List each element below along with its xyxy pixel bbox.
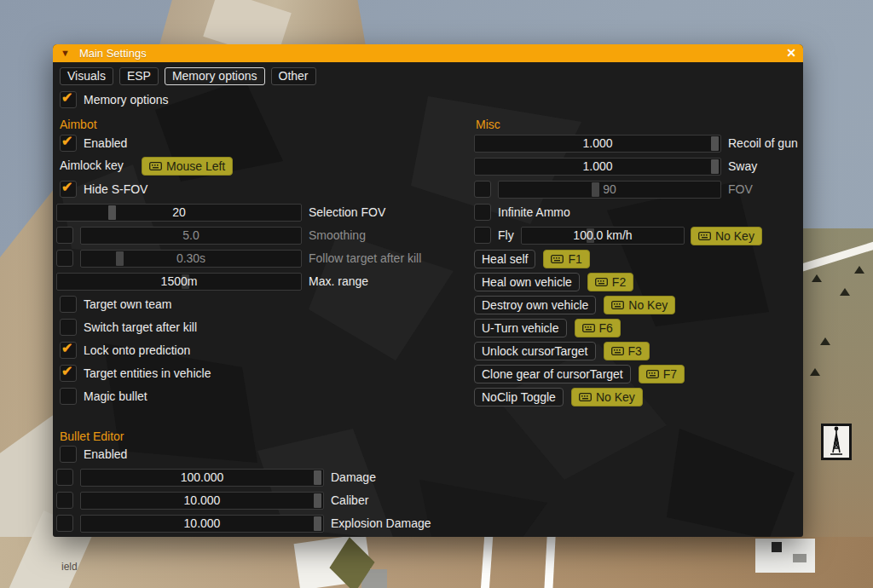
map-tree-marker [840, 288, 850, 296]
keyboard-icon [595, 278, 608, 286]
aimlock-keybind-button[interactable]: Mouse Left [142, 157, 233, 176]
window-titlebar[interactable]: ▼ Main Settings ✕ [53, 44, 803, 62]
tab-visuals[interactable]: Visuals [60, 67, 113, 85]
caliber-checkbox[interactable]: ✔ [56, 492, 73, 509]
fly-keybind-button[interactable]: No Key [691, 227, 762, 245]
fly-speed-value: 100.0 km/h [522, 228, 684, 244]
main-settings-window: ▼ Main Settings ✕ Visuals ESP Memory opt… [53, 44, 803, 537]
map-tree-marker [812, 274, 822, 282]
target-in-vehicle-checkbox[interactable]: ✔ [60, 365, 77, 382]
tab-other[interactable]: Other [271, 67, 316, 85]
infinite-ammo-checkbox[interactable]: ✔ [474, 204, 491, 221]
check-icon: ✔ [61, 89, 72, 106]
map-building [793, 554, 807, 562]
fly-checkbox[interactable]: ✔ [474, 227, 491, 244]
hide-sfov-row: ✔ Hide S-FOV [53, 181, 445, 199]
clone-gear-button[interactable]: Clone gear of cursorTarget [474, 365, 631, 383]
tab-bar: Visuals ESP Memory options Other [60, 67, 793, 86]
lock-prediction-row: ✔ Lock onto prediction [53, 342, 445, 360]
tab-memory-options[interactable]: Memory options [165, 67, 265, 85]
keyboard-icon [149, 162, 162, 170]
infinite-ammo-label: Infinite Ammo [498, 204, 570, 222]
magic-bullet-label: Magic bullet [84, 388, 147, 406]
close-icon[interactable]: ✕ [786, 44, 796, 62]
selection-fov-slider[interactable]: 20 [56, 204, 302, 222]
fov-checkbox[interactable]: ✔ [474, 181, 491, 198]
follow-target-slider[interactable]: 0.30s [80, 250, 302, 268]
recoil-row: 1.000 Recoil of gun [474, 135, 803, 153]
clone-gear-row: Clone gear of cursorTarget F7 [474, 365, 803, 383]
switch-target-checkbox[interactable]: ✔ [60, 319, 77, 336]
fov-slider[interactable]: 90 [498, 181, 721, 199]
heal-own-vehicle-button[interactable]: Heal own vehicle [474, 273, 580, 291]
fov-label: FOV [728, 181, 753, 199]
u-turn-vehicle-keybind-button[interactable]: F6 [575, 319, 621, 337]
map-place-label: ield [61, 561, 78, 573]
selection-fov-row: 20 Selection FOV [53, 204, 454, 222]
keyboard-icon [551, 255, 564, 263]
clone-gear-keybind-button[interactable]: F7 [639, 365, 685, 383]
noclip-toggle-key-value: No Key [596, 390, 635, 404]
damage-slider[interactable]: 100.000 [80, 469, 324, 487]
damage-row: ✔ 100.000 Damage [53, 469, 454, 487]
destroy-own-vehicle-button[interactable]: Destroy own vehicle [474, 296, 596, 314]
caliber-slider[interactable]: 10.000 [80, 492, 324, 510]
smoothing-checkbox[interactable]: ✔ [56, 227, 73, 244]
destroy-own-vehicle-row: Destroy own vehicle No Key [474, 296, 803, 314]
smoothing-slider[interactable]: 5.0 [80, 227, 302, 245]
destroy-own-vehicle-keybind-button[interactable]: No Key [604, 296, 675, 314]
noclip-toggle-button[interactable]: NoClip Toggle [474, 388, 564, 406]
damage-checkbox[interactable]: ✔ [56, 469, 73, 486]
heal-self-keybind-button[interactable]: F1 [543, 250, 589, 268]
u-turn-vehicle-button[interactable]: U-Turn vehicle [474, 319, 567, 337]
heal-own-vehicle-row: Heal own vehicle F2 [474, 273, 803, 291]
keyboard-icon [646, 370, 659, 378]
recoil-value: 1.000 [475, 135, 720, 152]
selection-fov-value: 20 [57, 205, 301, 221]
explosion-damage-label: Explosion Damage [331, 515, 431, 533]
bullet-editor-enabled-checkbox[interactable]: ✔ [60, 446, 77, 463]
fly-speed-slider[interactable]: 100.0 km/h [521, 227, 685, 245]
tab-esp[interactable]: ESP [119, 67, 159, 85]
unlock-cursortarget-keybind-button[interactable]: F3 [604, 342, 650, 360]
collapse-caret-icon[interactable]: ▼ [61, 49, 70, 58]
unlock-cursortarget-button[interactable]: Unlock cursorTarget [474, 342, 596, 360]
check-icon: ✔ [61, 179, 72, 195]
heal-self-button[interactable]: Heal self [474, 250, 535, 268]
keyboard-icon [698, 232, 711, 240]
unlock-cursortarget-key-value: F3 [628, 344, 642, 358]
hide-sfov-label: Hide S-FOV [84, 181, 147, 199]
aimbot-enabled-checkbox[interactable]: ✔ [60, 135, 77, 152]
follow-target-checkbox[interactable]: ✔ [56, 250, 73, 267]
noclip-toggle-keybind-button[interactable]: No Key [571, 388, 643, 406]
lock-prediction-checkbox[interactable]: ✔ [60, 342, 77, 359]
recoil-slider[interactable]: 1.000 [474, 135, 721, 153]
max-range-row: 1500m Max. range [53, 273, 454, 291]
max-range-slider[interactable]: 1500m [56, 273, 302, 291]
aimlock-key-label: Aimlock key [60, 157, 124, 175]
explosion-damage-slider[interactable]: 10.000 [80, 515, 324, 533]
target-own-team-label: Target own team [84, 296, 172, 314]
memory-options-label: Memory options [84, 91, 169, 109]
misc-section-header: Misc [476, 118, 500, 131]
map-tree-marker [854, 266, 864, 274]
magic-bullet-checkbox[interactable]: ✔ [60, 388, 77, 405]
memory-options-checkbox[interactable]: ✔ [60, 91, 77, 108]
sway-slider[interactable]: 1.000 [474, 158, 721, 176]
memory-options-toggle-row: ✔ Memory options [53, 91, 445, 110]
explosion-damage-checkbox[interactable]: ✔ [56, 515, 73, 532]
follow-target-row: ✔ 0.30s Follow target after kill [53, 250, 454, 268]
hide-sfov-checkbox[interactable]: ✔ [60, 181, 77, 198]
keyboard-icon [579, 393, 592, 401]
caliber-value: 10.000 [81, 493, 323, 509]
switch-target-row: ✔ Switch target after kill [53, 319, 445, 337]
damage-value: 100.000 [81, 470, 323, 486]
heal-own-vehicle-key-value: F2 [612, 275, 626, 289]
target-own-team-checkbox[interactable]: ✔ [60, 296, 77, 313]
magic-bullet-row: ✔ Magic bullet [53, 388, 445, 406]
caliber-row: ✔ 10.000 Caliber [53, 492, 454, 510]
map-building [772, 542, 782, 552]
heal-own-vehicle-keybind-button[interactable]: F2 [587, 273, 633, 291]
max-range-value: 1500m [57, 274, 301, 290]
bullet-editor-enabled-label: Enabled [84, 446, 127, 464]
